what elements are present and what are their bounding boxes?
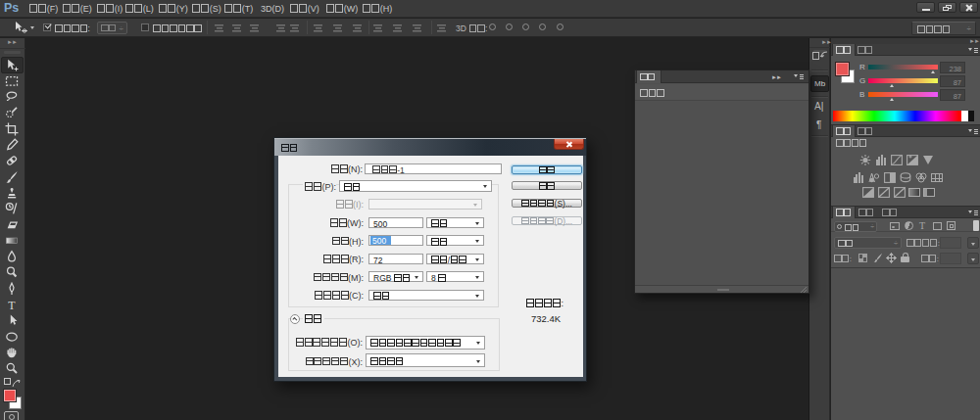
svg-text:T: T [8,299,16,312]
